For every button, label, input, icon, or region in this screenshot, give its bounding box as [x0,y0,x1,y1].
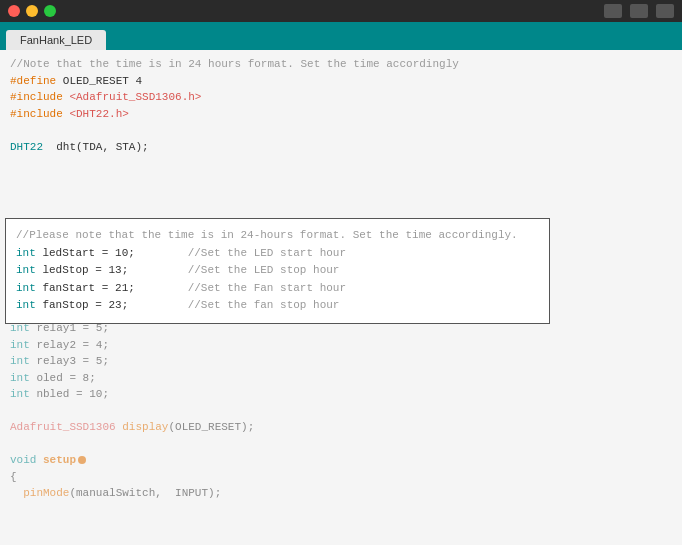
maximize-button[interactable] [44,5,56,17]
line-include-2: #include <DHT22.h> [10,106,672,123]
line-include-1: #include <Adafruit_SSD1306.h> [10,89,672,106]
line-empty-4 [10,188,672,205]
line-nbled: int nbled = 10; [10,386,672,403]
popup-line-1: int ledStart = 10; //Set the LED start h… [16,245,539,263]
line-relay3: int relay3 = 5; [10,353,672,370]
toolbar-icons [604,4,674,18]
line-relay2: int relay2 = 4; [10,337,672,354]
minimize-button[interactable] [26,5,38,17]
popup-line-3: int fanStart = 21; //Set the Fan start h… [16,280,539,298]
line-empty-8 [10,403,672,420]
title-bar [0,0,682,22]
toolbar-icon-1[interactable] [604,4,622,18]
toolbar-icon-3[interactable] [656,4,674,18]
line-empty-3 [10,172,672,189]
line-open-brace: { [10,469,672,486]
line-comment-1: //Note that the time is in 24 hours form… [10,56,672,73]
line-empty-2 [10,155,672,172]
popup-comment-line: //Please note that the time is in 24-hou… [16,227,539,245]
line-adafruit-display: Adafruit_SSD1306 display(OLED_RESET); [10,419,672,436]
popup-line-4: int fanStop = 23; //Set the fan stop hou… [16,297,539,315]
line-empty-9 [10,436,672,453]
line-pinmode: pinMode(manualSwitch, INPUT); [10,485,672,502]
line-empty-1 [10,122,672,139]
line-void-setup: void setup [10,452,672,469]
popup-box: //Please note that the time is in 24-hou… [5,218,550,324]
line-define: #define OLED_RESET 4 [10,73,672,90]
editor-area[interactable]: //Note that the time is in 24 hours form… [0,50,682,545]
toolbar-icon-2[interactable] [630,4,648,18]
tab-bar: FanHank_LED [0,22,682,50]
line-dht: DHT22 dht(TDA, STA); [10,139,672,156]
tab-fanhank-led[interactable]: FanHank_LED [6,30,106,50]
line-oled: int oled = 8; [10,370,672,387]
popup-line-2: int ledStop = 13; //Set the LED stop hou… [16,262,539,280]
close-button[interactable] [8,5,20,17]
